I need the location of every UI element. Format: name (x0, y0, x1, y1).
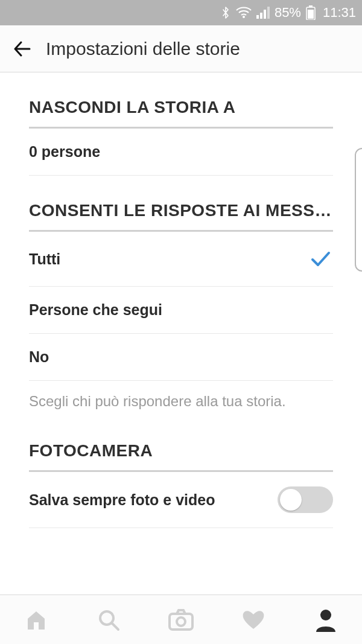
save-media-label: Salva sempre foto e video (29, 491, 215, 509)
settings-scroll[interactable]: NASCONDI LA STORIA A 0 persone CONSENTI … (0, 72, 362, 595)
replies-option-everyone[interactable]: Tutti (29, 232, 333, 287)
app-header: Impostazioni delle storie (0, 25, 362, 72)
wifi-icon (236, 7, 252, 19)
replies-helper-text: Scegli chi può rispondere alla tua stori… (29, 381, 333, 416)
svg-rect-2 (260, 13, 262, 19)
hide-story-people-label: 0 persone (29, 143, 100, 161)
section-camera-title: FOTOCAMERA (29, 416, 333, 472)
status-clock: 11:31 (323, 5, 356, 21)
hide-story-people-row[interactable]: 0 persone (29, 129, 333, 176)
replies-option-everyone-label: Tutti (29, 250, 60, 268)
replies-option-following-label: Persone che segui (29, 301, 162, 319)
back-button[interactable] (11, 38, 33, 60)
svg-rect-4 (267, 7, 270, 19)
nav-activity[interactable] (237, 603, 270, 637)
replies-option-off-label: No (29, 348, 49, 366)
battery-percent: 85% (275, 5, 301, 21)
svg-point-11 (177, 617, 185, 626)
signal-icon (256, 7, 270, 19)
bottom-nav (0, 595, 362, 644)
svg-rect-3 (264, 10, 266, 19)
nav-home[interactable] (19, 603, 53, 637)
battery-icon (306, 5, 316, 20)
section-allow-replies-title: CONSENTI LE RISPOSTE AI MESSA… (29, 176, 333, 232)
svg-point-0 (243, 16, 245, 18)
replies-option-following[interactable]: Persone che segui (29, 287, 333, 334)
nav-search[interactable] (92, 603, 125, 637)
checkmark-icon (308, 246, 333, 272)
replies-option-off[interactable]: No (29, 334, 333, 381)
nav-camera[interactable] (164, 603, 198, 637)
section-hide-story-title: NASCONDI LA STORIA A (29, 72, 333, 129)
save-media-toggle[interactable] (278, 486, 333, 513)
status-bar: 85% 11:31 (0, 0, 362, 25)
svg-line-9 (112, 623, 118, 630)
svg-rect-7 (308, 10, 314, 19)
scroll-indicator (355, 148, 362, 272)
save-media-row[interactable]: Salva sempre foto e video (29, 472, 333, 528)
svg-rect-1 (256, 15, 259, 19)
nav-profile[interactable] (309, 603, 343, 637)
toggle-knob (280, 489, 302, 511)
page-title: Impostazioni delle storie (46, 39, 240, 59)
svg-rect-10 (170, 614, 192, 630)
svg-point-12 (320, 610, 331, 620)
bluetooth-icon (220, 5, 231, 20)
